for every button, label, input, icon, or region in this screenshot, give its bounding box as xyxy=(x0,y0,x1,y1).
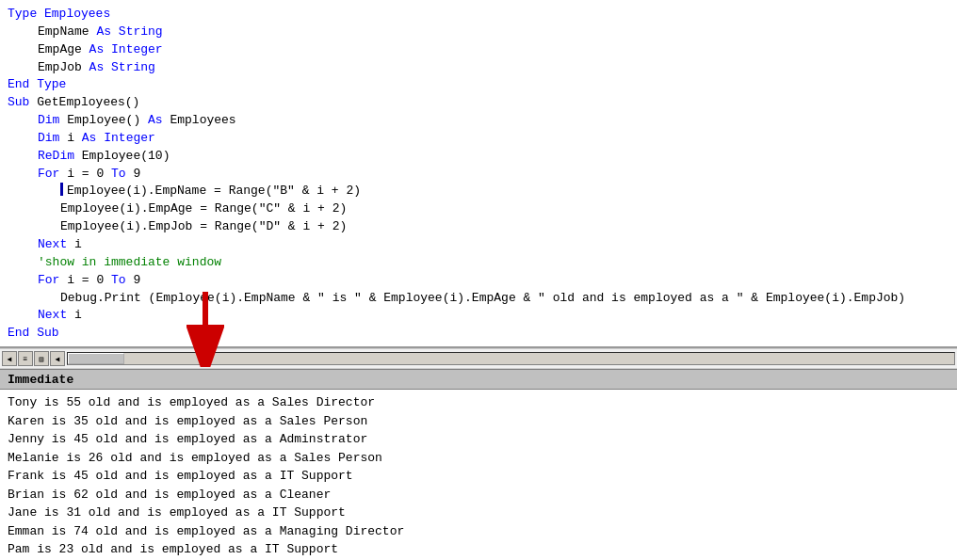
code-line: Type Employees xyxy=(0,6,957,24)
code-line: 'show in immediate window xyxy=(0,254,957,272)
code-line: EmpAge As Integer xyxy=(0,41,957,59)
view-icon-1[interactable]: ≡ xyxy=(18,351,33,366)
immediate-panel-header: Immediate xyxy=(0,369,957,390)
code-line: Sub GetEmployees() xyxy=(0,94,957,112)
output-line: Jenny is 45 old and is employed as a Adm… xyxy=(8,430,949,449)
code-line: EmpJob As String xyxy=(0,59,957,77)
output-line: Karen is 35 old and is employed as a Sal… xyxy=(8,412,949,431)
view-icon-2[interactable]: ▤ xyxy=(34,351,49,366)
output-line: Jane is 31 old and is employed as a IT S… xyxy=(8,504,949,522)
code-line: For i = 0 To 9 xyxy=(0,272,957,290)
scrollbar-track[interactable] xyxy=(67,352,955,365)
output-line: Pam is 23 old and is employed as a IT Su… xyxy=(8,540,949,559)
code-line: Employee(i).EmpJob = Range("D" & i + 2) xyxy=(0,218,957,236)
output-line: Melanie is 26 old and is employed as a S… xyxy=(8,449,949,468)
code-line: Debug.Print (Employee(i).EmpName & " is … xyxy=(0,290,957,308)
code-line: Dim Employee() As Employees xyxy=(0,112,957,130)
output-line: Tony is 55 old and is employed as a Sale… xyxy=(8,393,949,412)
immediate-label: Immediate xyxy=(8,373,73,387)
code-line: End Sub xyxy=(0,325,957,343)
output-line: Brian is 62 old and is employed as a Cle… xyxy=(8,486,949,504)
output-line: Frank is 45 old and is employed as a IT … xyxy=(8,467,949,486)
code-line: Employee(i).EmpAge = Range("C" & i + 2) xyxy=(0,200,957,218)
code-line: For i = 0 To 9 xyxy=(0,166,957,184)
scroll-right-small[interactable]: ◀ xyxy=(50,351,65,366)
code-line: Dim i As Integer xyxy=(0,130,957,148)
code-line: Next i xyxy=(0,307,957,325)
output-line: Emman is 74 old and is employed as a Man… xyxy=(8,522,949,541)
horizontal-scrollbar[interactable]: ◀ ≡ ▤ ◀ xyxy=(0,348,957,369)
code-line: End Type xyxy=(0,76,957,94)
code-line: Next i xyxy=(0,236,957,254)
immediate-output-panel: Tony is 55 old and is employed as a Sale… xyxy=(0,390,957,560)
scroll-left-icon[interactable]: ◀ xyxy=(2,351,17,366)
code-line: ReDim Employee(10) xyxy=(0,148,957,166)
code-line: Employee(i).EmpName = Range("B" & i + 2) xyxy=(0,183,957,200)
code-line: EmpName As String xyxy=(0,24,957,41)
scrollbar-thumb[interactable] xyxy=(68,353,124,364)
code-editor[interactable]: Type EmployeesEmpName As StringEmpAge As… xyxy=(0,0,957,348)
